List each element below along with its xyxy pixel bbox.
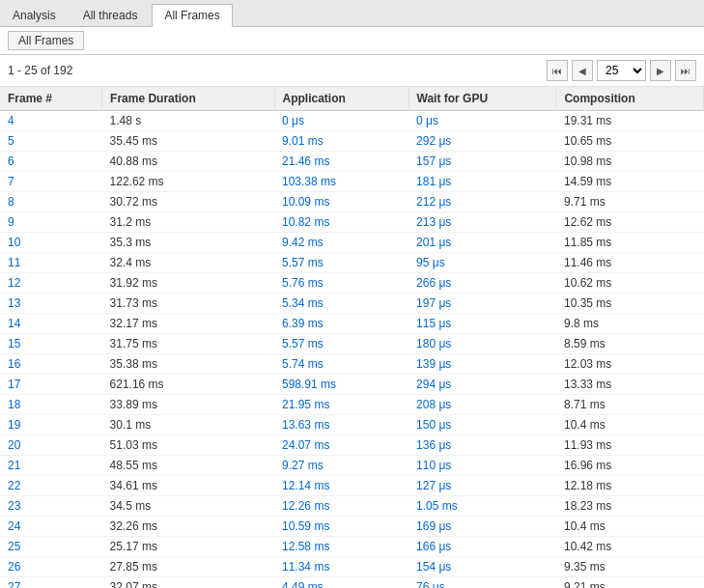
tab-all-threads[interactable]: All threads xyxy=(70,4,151,26)
table-row[interactable]: 2334.5 ms12.26 ms1.05 ms18.23 ms xyxy=(0,496,704,517)
col-wait: Wait for GPU xyxy=(408,87,556,111)
cell-composition: 9.21 ms xyxy=(556,577,704,589)
cell-wait: 154 μs xyxy=(408,557,556,577)
cell-application: 11.34 ms xyxy=(274,557,408,577)
pagination-bar: 1 - 25 of 192 ⏮ ◀ 25 50 100 ▶ ⏭ xyxy=(0,55,704,87)
cell-composition: 8.59 ms xyxy=(556,334,704,354)
cell-composition: 10.65 ms xyxy=(556,131,704,152)
next-page-button[interactable]: ▶ xyxy=(650,60,671,81)
cell-composition: 10.98 ms xyxy=(556,152,704,172)
table-row[interactable]: 41.48 s0 μs0 μs19.31 ms xyxy=(0,111,704,131)
table-row[interactable]: 2432.26 ms10.59 ms169 μs10.4 ms xyxy=(0,517,704,537)
cell-duration: 34.61 ms xyxy=(102,476,274,496)
table-row[interactable]: 931.2 ms10.82 ms213 μs12.62 ms xyxy=(0,212,704,233)
table-row[interactable]: 1331.73 ms5.34 ms197 μs10.35 ms xyxy=(0,294,704,314)
last-page-button[interactable]: ⏭ xyxy=(675,60,696,81)
table-row[interactable]: 2525.17 ms12.58 ms166 μs10.42 ms xyxy=(0,537,704,557)
cell-duration: 25.17 ms xyxy=(102,537,274,557)
table-row[interactable]: 640.88 ms21.46 ms157 μs10.98 ms xyxy=(0,152,704,172)
cell-duration: 30.1 ms xyxy=(102,415,274,435)
cell-duration: 33.89 ms xyxy=(102,395,274,415)
table-row[interactable]: 1531.75 ms5.57 ms180 μs8.59 ms xyxy=(0,334,704,354)
cell-application: 21.46 ms xyxy=(274,152,408,172)
table-row[interactable]: 2627.85 ms11.34 ms154 μs9.35 ms xyxy=(0,557,704,577)
cell-application: 5.57 ms xyxy=(274,253,408,273)
cell-application: 13.63 ms xyxy=(274,415,408,435)
cell-application: 6.39 ms xyxy=(274,314,408,334)
tab-analysis[interactable]: Analysis xyxy=(0,4,69,26)
table-header-row: Frame # Frame Duration Application Wait … xyxy=(0,87,704,111)
table-row[interactable]: 830.72 ms10.09 ms212 μs9.71 ms xyxy=(0,192,704,212)
cell-composition: 10.35 ms xyxy=(556,294,704,314)
cell-frame: 13 xyxy=(0,294,102,314)
prev-page-button[interactable]: ◀ xyxy=(572,60,593,81)
cell-application: 0 μs xyxy=(274,111,408,131)
cell-frame: 25 xyxy=(0,537,102,557)
cell-application: 24.07 ms xyxy=(274,435,408,456)
cell-wait: 213 μs xyxy=(408,212,556,233)
table-row[interactable]: 1231.92 ms5.76 ms266 μs10.62 ms xyxy=(0,273,704,294)
per-page-select[interactable]: 25 50 100 xyxy=(597,60,646,81)
cell-wait: 169 μs xyxy=(408,517,556,537)
cell-composition: 8.71 ms xyxy=(556,395,704,415)
table-row[interactable]: 2148.55 ms9.27 ms110 μs16.96 ms xyxy=(0,456,704,476)
table-row[interactable]: 1132.4 ms5.57 ms95 μs11.46 ms xyxy=(0,253,704,273)
table-row[interactable]: 1930.1 ms13.63 ms150 μs10.4 ms xyxy=(0,415,704,435)
cell-wait: 212 μs xyxy=(408,192,556,212)
cell-composition: 13.33 ms xyxy=(556,375,704,395)
cell-application: 4.49 ms xyxy=(274,577,408,589)
cell-wait: 127 μs xyxy=(408,476,556,496)
table-row[interactable]: 7122.62 ms103.38 ms181 μs14.59 ms xyxy=(0,172,704,192)
cell-wait: 0 μs xyxy=(408,111,556,131)
cell-frame: 23 xyxy=(0,496,102,517)
first-page-button[interactable]: ⏮ xyxy=(547,60,568,81)
table-row[interactable]: 17621.16 ms598.91 ms294 μs13.33 ms xyxy=(0,375,704,395)
cell-composition: 10.4 ms xyxy=(556,415,704,435)
cell-frame: 19 xyxy=(0,415,102,435)
cell-frame: 12 xyxy=(0,273,102,294)
cell-frame: 15 xyxy=(0,334,102,354)
cell-wait: 157 μs xyxy=(408,152,556,172)
cell-duration: 30.72 ms xyxy=(102,192,274,212)
cell-duration: 31.92 ms xyxy=(102,273,274,294)
table-row[interactable]: 1635.38 ms5.74 ms139 μs12.03 ms xyxy=(0,354,704,375)
cell-application: 10.59 ms xyxy=(274,517,408,537)
cell-duration: 32.07 ms xyxy=(102,577,274,589)
table-row[interactable]: 2234.61 ms12.14 ms127 μs12.18 ms xyxy=(0,476,704,496)
cell-frame: 21 xyxy=(0,456,102,476)
table-row[interactable]: 1833.89 ms21.95 ms208 μs8.71 ms xyxy=(0,395,704,415)
table-row[interactable]: 1035.3 ms9.42 ms201 μs11.85 ms xyxy=(0,233,704,253)
tab-all-frames[interactable]: All Frames xyxy=(152,4,232,27)
cell-wait: 115 μs xyxy=(408,314,556,334)
table-row[interactable]: 535.45 ms9.01 ms292 μs10.65 ms xyxy=(0,131,704,152)
cell-composition: 10.62 ms xyxy=(556,273,704,294)
cell-wait: 292 μs xyxy=(408,131,556,152)
cell-composition: 11.46 ms xyxy=(556,253,704,273)
cell-composition: 9.35 ms xyxy=(556,557,704,577)
cell-frame: 24 xyxy=(0,517,102,537)
cell-wait: 201 μs xyxy=(408,233,556,253)
table-row[interactable]: 1432.17 ms6.39 ms115 μs9.8 ms xyxy=(0,314,704,334)
table-row[interactable]: 2732.07 ms4.49 ms76 μs9.21 ms xyxy=(0,577,704,589)
cell-composition: 10.42 ms xyxy=(556,537,704,557)
data-table: Frame # Frame Duration Application Wait … xyxy=(0,87,704,588)
cell-composition: 12.62 ms xyxy=(556,212,704,233)
cell-wait: 139 μs xyxy=(408,354,556,375)
cell-wait: 150 μs xyxy=(408,415,556,435)
cell-frame: 10 xyxy=(0,233,102,253)
cell-wait: 110 μs xyxy=(408,456,556,476)
col-duration: Frame Duration xyxy=(102,87,274,111)
cell-frame: 27 xyxy=(0,577,102,589)
col-application: Application xyxy=(274,87,408,111)
cell-wait: 1.05 ms xyxy=(408,496,556,517)
cell-application: 598.91 ms xyxy=(274,375,408,395)
cell-duration: 35.3 ms xyxy=(102,233,274,253)
cell-frame: 4 xyxy=(0,111,102,131)
cell-wait: 136 μs xyxy=(408,435,556,456)
cell-composition: 12.18 ms xyxy=(556,476,704,496)
table-row[interactable]: 2051.03 ms24.07 ms136 μs11.93 ms xyxy=(0,435,704,456)
cell-application: 12.14 ms xyxy=(274,476,408,496)
sub-tab-all-frames[interactable]: All Frames xyxy=(8,31,84,50)
cell-duration: 48.55 ms xyxy=(102,456,274,476)
cell-frame: 20 xyxy=(0,435,102,456)
